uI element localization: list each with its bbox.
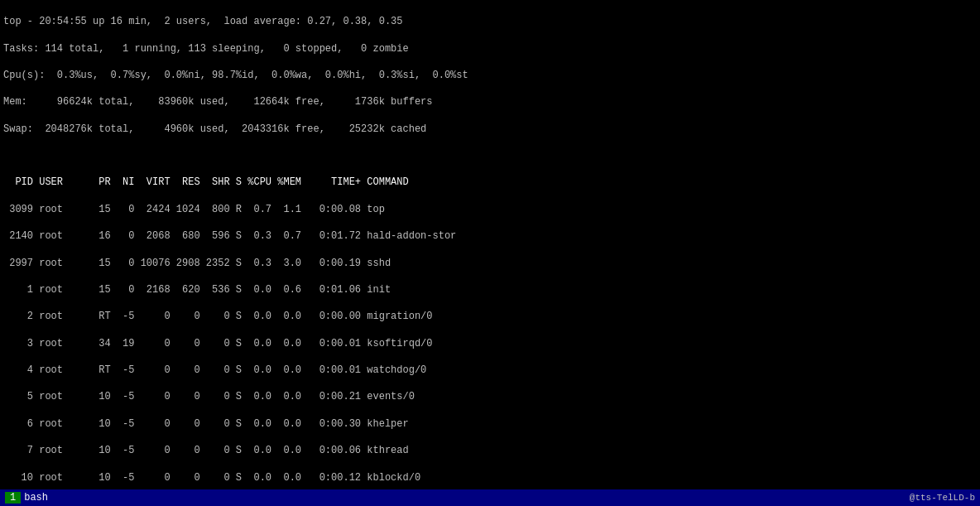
- top-row-1: 2140 root 16 0 2068 680 596 S 0.3 0.7 0:…: [3, 230, 456, 242]
- top-row-0: 3099 root 15 0 2424 1024 800 R 0.7 1.1 0…: [3, 204, 385, 215]
- bottom-bar-right: @tts-TelLD-b: [910, 493, 975, 503]
- terminal-output: top - 20:54:55 up 16 min, 2 users, load …: [0, 0, 980, 489]
- bottom-status-bar: 1 bash @tts-TelLD-b: [0, 489, 980, 506]
- session-label: bash: [24, 492, 48, 504]
- top-row-3: 1 root 15 0 2168 620 536 S 0.0 0.6 0:01.…: [3, 284, 391, 296]
- top-line3: Cpu(s): 0.3%us, 0.7%sy, 0.0%ni, 98.7%id,…: [3, 70, 468, 81]
- top-line4: Mem: 96624k total, 83960k used, 12664k f…: [3, 96, 432, 108]
- top-row-10: 10 root 10 -5 0 0 0 S 0.0 0.0 0:00.12 kb…: [3, 472, 420, 484]
- top-row-6: 4 root RT -5 0 0 0 S 0.0 0.0 0:00.01 wat…: [3, 364, 426, 376]
- top-row-4: 2 root RT -5 0 0 0 S 0.0 0.0 0:00.00 mig…: [3, 311, 432, 322]
- top-row-8: 6 root 10 -5 0 0 0 S 0.0 0.0 0:00.30 khe…: [3, 418, 409, 430]
- top-line1: top - 20:54:55 up 16 min, 2 users, load …: [3, 16, 402, 27]
- top-row-5: 3 root 34 19 0 0 0 S 0.0 0.0 0:00.01 kso…: [3, 338, 432, 349]
- bottom-bar-left: 1 bash: [5, 492, 48, 504]
- top-row-2: 2997 root 15 0 10076 2908 2352 S 0.3 3.0…: [3, 258, 391, 269]
- session-badge: 1: [5, 492, 21, 504]
- top-row-7: 5 root 10 -5 0 0 0 S 0.0 0.0 0:00.21 eve…: [3, 391, 415, 402]
- top-line2: Tasks: 114 total, 1 running, 113 sleepin…: [3, 43, 409, 55]
- top-table-header: PID USER PR NI VIRT RES SHR S %CPU %MEM …: [3, 176, 409, 188]
- top-row-9: 7 root 10 -5 0 0 0 S 0.0 0.0 0:00.06 kth…: [3, 445, 409, 456]
- top-line5: Swap: 2048276k total, 4960k used, 204331…: [3, 123, 426, 135]
